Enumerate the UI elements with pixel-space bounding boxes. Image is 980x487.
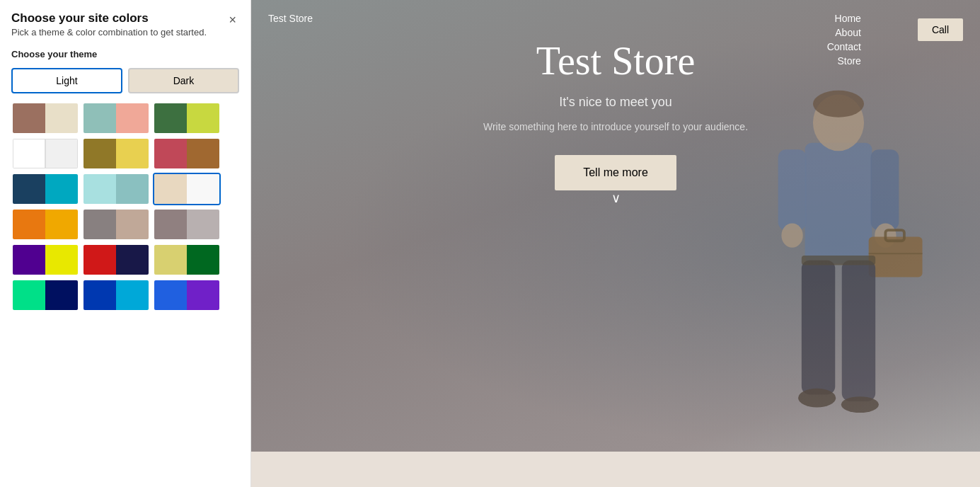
swatch-pair-s18[interactable] — [153, 279, 221, 311]
theme-light-button[interactable]: Light — [11, 68, 122, 93]
swatch-pair-s9[interactable] — [153, 173, 221, 205]
swatch-pair-s10[interactable] — [11, 208, 79, 241]
swatch-pair-s8[interactable] — [82, 173, 150, 205]
panel-title-block: Choose your site colors Pick a theme & c… — [11, 11, 207, 38]
swatch-pair-s16[interactable] — [11, 279, 79, 311]
swatch-pair-s2[interactable] — [82, 102, 150, 134]
swatch-row-4 — [11, 244, 239, 276]
nav-link-home[interactable]: Home — [835, 13, 861, 24]
color-picker-panel: Choose your site colors Pick a theme & c… — [0, 0, 251, 487]
swatch-row-5 — [11, 279, 239, 311]
swatch-pair-s3[interactable] — [153, 102, 221, 134]
chevron-down-icon: ∨ — [611, 191, 621, 205]
panel-header: Choose your site colors Pick a theme & c… — [11, 11, 239, 38]
svg-point-5 — [781, 224, 802, 248]
swatch-pair-s5[interactable] — [82, 137, 150, 170]
svg-rect-7 — [869, 237, 923, 277]
swatch-pair-s4[interactable] — [11, 137, 79, 170]
swatch-pair-s17[interactable] — [82, 279, 150, 311]
svg-point-13 — [841, 396, 879, 413]
swatch-pair-s7[interactable] — [11, 173, 79, 205]
site-logo: Test Store — [268, 13, 313, 24]
panel-subtitle: Pick a theme & color combination to get … — [11, 27, 207, 38]
hero-title: Test Store — [536, 38, 696, 84]
swatch-row-0 — [11, 102, 239, 134]
hero-description: Write something here to introduce yourse… — [483, 121, 748, 132]
close-button[interactable]: × — [226, 11, 239, 29]
swatch-row-1 — [11, 137, 239, 170]
swatch-pair-s11[interactable] — [82, 208, 150, 241]
theme-dark-button[interactable]: Dark — [128, 68, 239, 93]
swatch-pair-s1[interactable] — [11, 102, 79, 134]
swatch-pair-s13[interactable] — [11, 244, 79, 276]
theme-toggle: Light Dark — [11, 68, 239, 93]
scroll-chevron[interactable]: ∨ — [251, 190, 980, 223]
swatch-pair-s6[interactable] — [153, 137, 221, 170]
svg-rect-14 — [802, 256, 875, 265]
panel-title: Choose your site colors — [11, 11, 207, 25]
svg-rect-11 — [842, 260, 875, 401]
hero-content: Test Store It's nice to meet you Write s… — [251, 38, 980, 190]
site-preview: Test Store Home About Contact Store Call… — [251, 0, 980, 487]
hero-cta-button[interactable]: Tell me more — [555, 155, 676, 190]
svg-rect-10 — [802, 260, 835, 395]
swatches-container — [11, 102, 239, 311]
theme-label: Choose your theme — [11, 49, 239, 59]
svg-point-12 — [798, 389, 836, 408]
nav-link-about[interactable]: About — [835, 27, 861, 38]
hero-subtitle: It's nice to meet you — [559, 95, 672, 110]
site-preview-panel: Test Store Home About Contact Store Call… — [251, 0, 980, 487]
swatch-pair-s15[interactable] — [153, 244, 221, 276]
swatch-pair-s12[interactable] — [153, 208, 221, 241]
swatch-row-3 — [11, 208, 239, 241]
swatch-row-2 — [11, 173, 239, 205]
footer-preview — [251, 452, 980, 487]
swatch-pair-s14[interactable] — [82, 244, 150, 276]
